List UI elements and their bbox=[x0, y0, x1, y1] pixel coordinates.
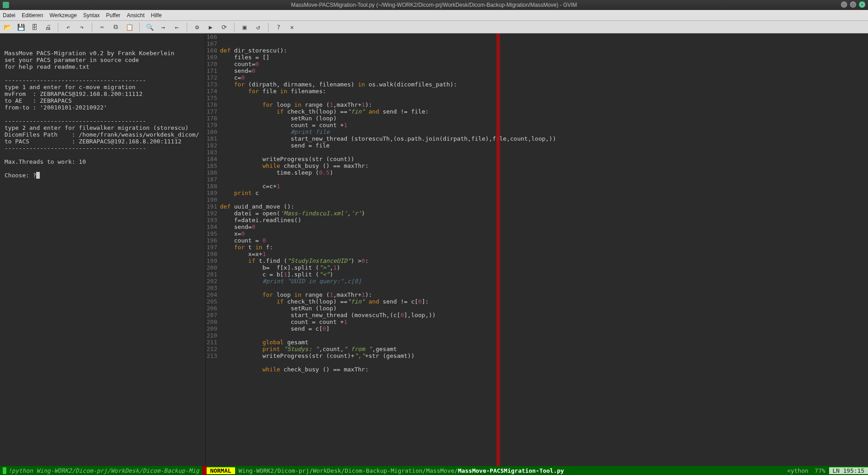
code-line[interactable]: send = file bbox=[220, 142, 868, 149]
code-line[interactable] bbox=[220, 95, 868, 101]
jump-icon[interactable]: ↺ bbox=[254, 23, 263, 32]
status-right: <ython 77% bbox=[783, 467, 829, 474]
app-icon bbox=[3, 2, 9, 8]
status-sep bbox=[202, 466, 207, 475]
code-line[interactable]: c=c+1 bbox=[220, 183, 868, 190]
code-line[interactable] bbox=[220, 285, 868, 291]
code-line[interactable]: for (dirpath, dirnames, filenames) in os… bbox=[220, 81, 868, 88]
code-line[interactable]: start_new_thread (storescuTh,(os.path.jo… bbox=[220, 135, 868, 142]
code-line[interactable] bbox=[220, 359, 868, 366]
code-line[interactable]: print "Studys: ",count," from ",gesamt bbox=[220, 346, 868, 352]
paste-icon[interactable]: 📋 bbox=[125, 23, 134, 32]
script-icon[interactable]: ✕ bbox=[288, 23, 297, 32]
status-filename: MassMove-PACSMigration-Tool.py bbox=[458, 467, 564, 474]
color-column bbox=[496, 33, 500, 466]
redo-icon[interactable]: ↷ bbox=[77, 23, 86, 32]
copy-icon[interactable]: ⧉ bbox=[111, 23, 120, 32]
find-icon[interactable]: 🔍 bbox=[145, 23, 154, 32]
code-line[interactable]: send = c[0] bbox=[220, 325, 868, 332]
status-filetype: <ython bbox=[787, 467, 808, 474]
code-line[interactable]: if t.find ("StudyInstanceUID") >0: bbox=[220, 257, 868, 264]
window-controls: – □ × bbox=[841, 1, 865, 8]
code-line[interactable]: f=datei.readlines() bbox=[220, 217, 868, 223]
code-line[interactable]: count = count +1 bbox=[220, 122, 868, 128]
code-line[interactable]: start_new_thread (movescuTh,(c[0],loop,)… bbox=[220, 312, 868, 318]
code-line[interactable]: #print "UUID in query:",c[0] bbox=[220, 278, 868, 285]
reload-icon[interactable]: ⟳ bbox=[220, 23, 229, 32]
status-percent: 77% bbox=[815, 467, 825, 474]
code-line[interactable] bbox=[220, 332, 868, 339]
menu-syntax[interactable]: Syntax bbox=[83, 12, 100, 19]
status-mode: NORMAL bbox=[207, 467, 235, 474]
terminal-pane[interactable]: MassMove PACS-Migration v0.2 by Frank Ko… bbox=[0, 33, 206, 466]
save-icon[interactable]: 💾 bbox=[16, 23, 25, 32]
code-line[interactable]: datei = open('Mass-findscu1.xml','r') bbox=[220, 210, 868, 217]
split-icon[interactable]: ▣ bbox=[240, 23, 249, 32]
code-line[interactable]: count=0 bbox=[220, 61, 868, 67]
editor-pane[interactable]: 166 167 168 169 170 171 172 173 174 175 … bbox=[206, 33, 868, 466]
undo-icon[interactable]: ↶ bbox=[64, 23, 73, 32]
menu-puffer[interactable]: Puffer bbox=[106, 12, 121, 19]
saveall-icon[interactable]: 🗄 bbox=[30, 23, 39, 32]
code-line[interactable]: send=0 bbox=[220, 223, 868, 230]
prev-icon[interactable]: ← bbox=[172, 23, 181, 32]
code-line[interactable]: for loop in range (1,maxThr+1): bbox=[220, 291, 868, 298]
help-icon[interactable]: ? bbox=[274, 23, 283, 32]
code-line[interactable]: b= f[x].split (">",1) bbox=[220, 264, 868, 271]
code-line[interactable]: count = count +1 bbox=[220, 318, 868, 325]
titlebar: MassMove-PACSMigration-Tool.py (~/Wing-W… bbox=[0, 0, 868, 10]
code-line[interactable]: c=0 bbox=[220, 74, 868, 81]
toolbar-sep bbox=[268, 23, 269, 32]
toolbar-sep bbox=[58, 23, 58, 32]
code-line[interactable]: x=0 bbox=[220, 230, 868, 237]
toolbar: 📂💾🗄🖨↶↷✂⧉📋🔍→←⚙▶⟳▣↺?✕ bbox=[0, 21, 868, 33]
menu-werkzeuge[interactable]: Werkzeuge bbox=[49, 12, 76, 19]
menu-datei[interactable]: Datei bbox=[3, 12, 15, 19]
statusbar: !python Wing-WORK2/Dicom-prj/WorkDesk/Di… bbox=[0, 466, 868, 475]
run-icon[interactable]: ▶ bbox=[206, 23, 215, 32]
code-line[interactable] bbox=[220, 196, 868, 203]
code-line[interactable]: print c bbox=[220, 190, 868, 196]
maximize-icon[interactable]: □ bbox=[850, 1, 856, 8]
make-icon[interactable]: ⚙ bbox=[193, 23, 202, 32]
code-line[interactable]: writeProgress(str (count)) bbox=[220, 156, 868, 162]
code-line[interactable]: files = [] bbox=[220, 54, 868, 61]
menu-editieren[interactable]: Editieren bbox=[22, 12, 43, 19]
code-line[interactable]: c = b[1].split ("<") bbox=[220, 271, 868, 278]
code-line[interactable]: for t in f: bbox=[220, 244, 868, 251]
code-area[interactable]: def dir_storescu(): files = [] count=0 s… bbox=[220, 33, 868, 466]
code-line[interactable]: time.sleep (0.5) bbox=[220, 169, 868, 176]
code-line[interactable]: setRun (loop) bbox=[220, 305, 868, 312]
toolbar-sep bbox=[187, 23, 187, 32]
code-line[interactable]: while check_busy () == maxThr: bbox=[220, 162, 868, 169]
code-line[interactable]: writeProgress(str (count)+","+str (gesam… bbox=[220, 352, 868, 359]
code-line[interactable]: if check_th(loop) =="fin" and send != fi… bbox=[220, 108, 868, 115]
open-icon[interactable]: 📂 bbox=[3, 23, 12, 32]
code-line[interactable] bbox=[220, 176, 868, 183]
code-line[interactable]: for loop in range (1,maxThr+1): bbox=[220, 101, 868, 108]
code-line[interactable]: count = 0 bbox=[220, 237, 868, 244]
minimize-icon[interactable]: – bbox=[841, 1, 847, 8]
code-line[interactable]: for file in filenames: bbox=[220, 88, 868, 95]
menu-ansicht[interactable]: Ansicht bbox=[127, 12, 144, 19]
print-icon[interactable]: 🖨 bbox=[43, 23, 52, 32]
window-title: MassMove-PACSMigration-Tool.py (~/Wing-W… bbox=[291, 2, 577, 8]
cut-icon[interactable]: ✂ bbox=[98, 23, 107, 32]
toolbar-sep bbox=[234, 23, 235, 32]
code-line[interactable]: while check_busy () == maxThr: bbox=[220, 366, 868, 373]
status-line-col: LN 195:15 bbox=[829, 467, 868, 474]
status-path: Wing-WORK2/Dicom-prj/WorkDesk/Dicom-Back… bbox=[235, 467, 783, 474]
toolbar-sep bbox=[92, 23, 92, 32]
close-icon[interactable]: × bbox=[859, 1, 865, 8]
code-line[interactable]: send=0 bbox=[220, 67, 868, 74]
code-line[interactable]: #print file bbox=[220, 128, 868, 135]
code-line[interactable]: global gesamt bbox=[220, 339, 868, 346]
code-line[interactable]: setRun (loop) bbox=[220, 115, 868, 122]
menu-hilfe[interactable]: Hilfe bbox=[151, 12, 162, 19]
code-line[interactable]: def dir_storescu(): bbox=[220, 47, 868, 54]
code-line[interactable] bbox=[220, 149, 868, 156]
code-line[interactable]: x=x+1 bbox=[220, 251, 868, 257]
code-line[interactable]: def uuid_and_move (): bbox=[220, 203, 868, 210]
next-icon[interactable]: → bbox=[159, 23, 168, 32]
code-line[interactable]: if check_th(loop) =="fin" and send != c[… bbox=[220, 298, 868, 305]
